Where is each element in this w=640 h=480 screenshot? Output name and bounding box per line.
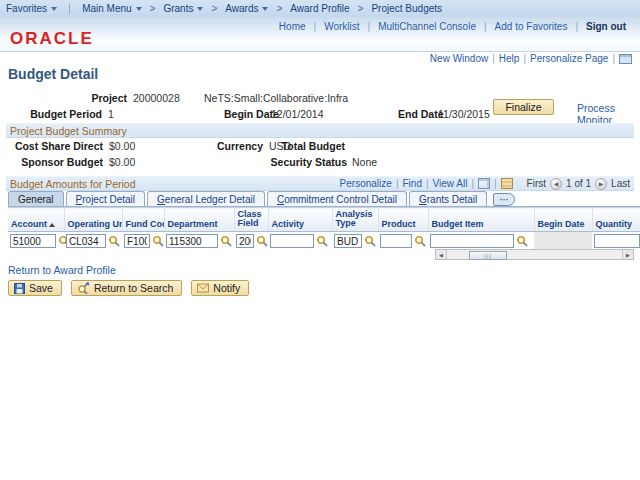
return-to-search-button-label: Return to Search: [94, 282, 173, 294]
breadcrumb-grants[interactable]: Grants: [157, 3, 209, 14]
download-icon[interactable]: [478, 178, 490, 189]
class-field-input[interactable]: [236, 234, 254, 248]
finalize-button[interactable]: Finalize: [493, 99, 554, 115]
tab-general-ledger-detail[interactable]: General Ledger Detail: [147, 191, 265, 206]
pager-last-label: Last: [611, 178, 630, 189]
pager-previous-icon[interactable]: [550, 178, 562, 190]
department-lookup-icon[interactable]: [220, 235, 233, 248]
chevron-down-icon: [262, 7, 268, 11]
activity-input[interactable]: [270, 234, 314, 248]
breadcrumb-awards-label: Awards: [225, 3, 258, 14]
tab-project-detail[interactable]: Project Detail: [66, 191, 145, 206]
class-field-lookup-icon[interactable]: [256, 235, 269, 248]
tab-grants-detail[interactable]: Grants Detail: [409, 191, 487, 206]
budget-item-lookup-icon[interactable]: [516, 235, 529, 248]
help-link[interactable]: Help: [499, 53, 520, 64]
zoom-grid-icon[interactable]: [501, 178, 513, 189]
column-header-budget-item[interactable]: Budget Item: [428, 208, 534, 232]
tab-commitment-control-detail[interactable]: Commitment Control Detail: [267, 191, 407, 206]
budget-period-label: Budget Period: [20, 108, 102, 120]
analysis-type-input[interactable]: [334, 234, 362, 248]
oracle-logo: ORACLE: [10, 29, 94, 49]
breadcrumb-award-profile[interactable]: Award Profile: [284, 3, 355, 14]
new-window-icon[interactable]: [619, 54, 632, 64]
return-to-award-profile-link[interactable]: Return to Award Profile: [8, 264, 116, 276]
pager-first-label: First: [527, 178, 546, 189]
budget-grid: Account Operating Unit Fund Code Departm…: [8, 207, 640, 249]
security-status-value: None: [352, 156, 377, 168]
page-header: ORACLE Home | Worklist | MultiChannel Co…: [0, 17, 640, 52]
new-window-link[interactable]: New Window: [430, 53, 488, 64]
column-header-class-field[interactable]: Class Field: [234, 208, 268, 232]
pager-next-icon[interactable]: [595, 178, 607, 190]
column-header-product[interactable]: Product: [378, 208, 428, 232]
toolbar-actions: Save Return to Search Notify: [8, 280, 249, 296]
budget-item-input[interactable]: [430, 234, 514, 248]
project-value: 20000028: [133, 92, 180, 104]
fund-code-lookup-icon[interactable]: [152, 235, 165, 248]
grid-tab-strip: General Project Detail General Ledger De…: [8, 191, 640, 207]
operating-unit-input[interactable]: [66, 234, 106, 248]
notify-button[interactable]: Notify: [191, 280, 249, 296]
activity-lookup-icon[interactable]: [316, 235, 329, 248]
show-all-tabs-icon[interactable]: [493, 193, 515, 206]
project-description: NeTS:Small:Collaborative:Infra: [204, 92, 348, 104]
account-input[interactable]: [10, 234, 56, 248]
scrollbar-thumb[interactable]: [469, 251, 507, 260]
add-to-favorites-link[interactable]: Add to Favorites: [487, 21, 576, 32]
fund-code-input[interactable]: [124, 234, 150, 248]
home-link[interactable]: Home: [271, 21, 314, 32]
grid-pager: First 1 of 1 Last: [527, 178, 630, 190]
breadcrumb-main-menu[interactable]: Main Menu: [76, 3, 147, 14]
header-links: Home | Worklist | MultiChannel Console |…: [271, 21, 634, 32]
sign-out-link[interactable]: Sign out: [578, 21, 634, 32]
operating-unit-lookup-icon[interactable]: [108, 235, 121, 248]
end-date-label: End Date: [398, 108, 444, 120]
save-icon: [14, 283, 25, 294]
column-header-quantity[interactable]: Quantity: [592, 208, 640, 232]
column-header-fund-code[interactable]: Fund Code: [122, 208, 164, 232]
total-budget-label: Total Budget: [280, 140, 345, 152]
column-header-account[interactable]: Account: [8, 208, 64, 232]
project-label: Project: [40, 92, 127, 104]
breadcrumb-grants-label: Grants: [163, 3, 193, 14]
worklist-link[interactable]: Worklist: [316, 21, 367, 32]
chevron-down-icon: [51, 7, 57, 11]
tab-general[interactable]: General: [8, 191, 64, 206]
quantity-input[interactable]: [594, 234, 640, 248]
project-budget-summary-title: Project Budget Summary: [10, 125, 127, 137]
personalize-page-link[interactable]: Personalize Page: [530, 53, 608, 64]
breadcrumb-separator: >: [274, 3, 284, 14]
column-header-activity[interactable]: Activity: [268, 208, 332, 232]
breadcrumb-award-profile-label: Award Profile: [290, 3, 349, 14]
personalize-link[interactable]: Personalize: [340, 178, 392, 189]
multichannel-console-link[interactable]: MultiChannel Console: [370, 21, 484, 32]
breadcrumb-project-budgets[interactable]: Project Budgets: [365, 3, 448, 14]
grid-header-row: Account Operating Unit Fund Code Departm…: [8, 208, 640, 232]
product-lookup-icon[interactable]: [414, 235, 427, 248]
product-input[interactable]: [380, 234, 412, 248]
toolbar-separator: |: [494, 178, 497, 189]
page-title: Budget Detail: [8, 66, 98, 82]
return-to-search-button[interactable]: Return to Search: [71, 280, 182, 296]
chevron-down-icon: [197, 7, 203, 11]
column-header-department[interactable]: Department: [164, 208, 234, 232]
view-all-link[interactable]: View All: [433, 178, 468, 189]
column-header-operating-unit[interactable]: Operating Unit: [64, 208, 122, 232]
save-button[interactable]: Save: [8, 280, 62, 296]
scroll-left-icon[interactable]: [436, 250, 447, 259]
breadcrumb-separator: >: [356, 3, 366, 14]
breadcrumb-favorites[interactable]: Favorites: [0, 3, 63, 14]
breadcrumb-separator: >: [148, 3, 158, 14]
notify-icon: [197, 283, 209, 293]
scroll-right-icon[interactable]: [622, 250, 633, 259]
utility-separator: |: [523, 53, 526, 64]
column-header-begin-date[interactable]: Begin Date: [534, 208, 592, 232]
cost-share-direct-label: Cost Share Direct: [0, 140, 103, 152]
column-header-analysis-type[interactable]: Analysis Type: [332, 208, 378, 232]
grid-horizontal-scrollbar[interactable]: [435, 249, 634, 260]
department-input[interactable]: [166, 234, 218, 248]
breadcrumb-awards[interactable]: Awards: [219, 3, 274, 14]
find-link[interactable]: Find: [402, 178, 421, 189]
analysis-type-lookup-icon[interactable]: [364, 235, 377, 248]
